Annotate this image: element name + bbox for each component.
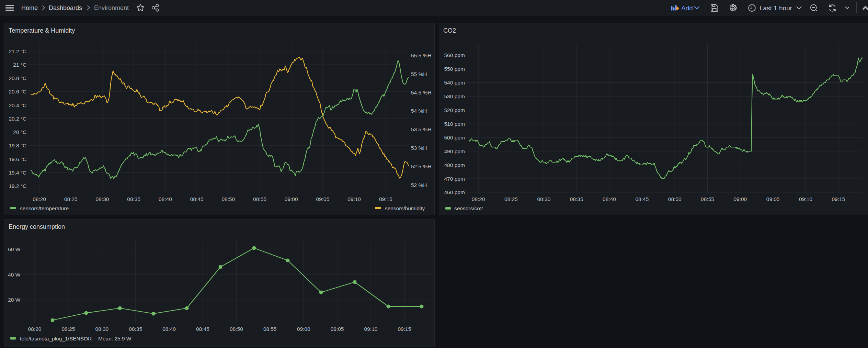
svg-text:08:55: 08:55 [701,196,714,202]
svg-text:40 W: 40 W [8,272,21,278]
svg-text:08:30: 08:30 [95,326,108,332]
svg-text:19.2 °C: 19.2 °C [9,183,26,189]
svg-text:21 °C: 21 °C [13,62,26,68]
svg-text:08:50: 08:50 [230,326,243,332]
svg-text:20.6 °C: 20.6 °C [9,89,26,94]
svg-text:08:55: 08:55 [263,326,277,332]
svg-text:Last 1 hour: Last 1 hour [760,4,792,12]
svg-text:08:20: 08:20 [33,196,46,202]
svg-text:09:10: 09:10 [364,326,378,332]
svg-text:530 ppm: 530 ppm [444,93,465,99]
svg-text:08:40: 08:40 [603,196,616,202]
svg-text:08:40: 08:40 [159,196,172,202]
svg-text:480 ppm: 480 ppm [444,162,465,168]
svg-text:20.2 °C: 20.2 °C [9,116,26,122]
svg-text:08:20: 08:20 [28,326,42,332]
svg-text:Add: Add [681,4,693,12]
svg-text:CO2: CO2 [443,27,456,34]
svg-text:09:05: 09:05 [331,326,344,332]
svg-text:09:15: 09:15 [832,196,845,202]
svg-text:52 %H: 52 %H [411,182,427,188]
svg-text:460 ppm: 460 ppm [444,189,465,195]
svg-text:09:00: 09:00 [733,196,747,202]
svg-text:09:10: 09:10 [799,196,812,202]
svg-text:500 ppm: 500 ppm [444,135,465,141]
svg-text:53 %H: 53 %H [411,145,427,151]
svg-text:09:15: 09:15 [398,326,411,332]
svg-text:08:55: 08:55 [253,196,266,202]
svg-text:08:25: 08:25 [64,196,78,202]
svg-text:550 ppm: 550 ppm [444,66,465,72]
svg-text:20 W: 20 W [8,297,21,303]
svg-text:09:00: 09:00 [297,326,310,332]
svg-text:08:50: 08:50 [668,196,682,202]
svg-text:08:45: 08:45 [196,326,209,332]
svg-text:08:50: 08:50 [221,196,235,202]
svg-text:08:40: 08:40 [162,326,176,332]
svg-text:09:00: 09:00 [285,196,298,202]
svg-text:08:30: 08:30 [537,196,551,202]
svg-text:08:25: 08:25 [504,196,518,202]
svg-text:19.6 °C: 19.6 °C [9,156,26,162]
svg-text:55 %H: 55 %H [411,71,427,77]
svg-text:08:45: 08:45 [636,196,649,202]
svg-text:08:35: 08:35 [570,196,583,202]
svg-text:Energy consumption: Energy consumption [9,223,65,230]
svg-text:19.4 °C: 19.4 °C [9,170,26,176]
svg-text:560 ppm: 560 ppm [444,52,465,58]
svg-text:09:10: 09:10 [347,196,361,202]
svg-text:490 ppm: 490 ppm [444,148,465,154]
svg-text:470 ppm: 470 ppm [444,176,465,182]
svg-text:20 °C: 20 °C [13,129,26,135]
svg-text:Temperature & Humidity: Temperature & Humidity [9,27,75,34]
svg-text:sensors/temperature: sensors/temperature [20,205,69,211]
svg-text:55.5 %H: 55.5 %H [411,53,431,58]
svg-text:520 ppm: 520 ppm [444,107,465,113]
svg-text:52.5 %H: 52.5 %H [411,164,431,169]
svg-text:09:05: 09:05 [316,196,330,202]
svg-text:Dashboards: Dashboards [49,4,82,11]
svg-text:53.5 %H: 53.5 %H [411,126,431,132]
svg-text:Environment: Environment [94,4,129,11]
svg-text:540 ppm: 540 ppm [444,80,465,86]
svg-text:sensors/humidity: sensors/humidity [385,205,425,211]
svg-text:510 ppm: 510 ppm [444,121,465,127]
svg-text:20.8 °C: 20.8 °C [9,75,26,81]
svg-text:54 %H: 54 %H [411,108,427,114]
svg-text:20.4 °C: 20.4 °C [9,102,26,108]
svg-text:54.5 %H: 54.5 %H [411,90,431,96]
svg-text:09:05: 09:05 [766,196,780,202]
svg-text:08:35: 08:35 [127,196,140,202]
svg-text:08:45: 08:45 [190,196,204,202]
svg-text:19.8 °C: 19.8 °C [9,143,26,148]
svg-text:sensors/co2: sensors/co2 [454,205,483,211]
svg-text:08:25: 08:25 [62,326,75,332]
svg-text:09:15: 09:15 [379,196,392,202]
svg-text:08:35: 08:35 [129,326,142,332]
svg-text:21.2 °C: 21.2 °C [9,48,26,54]
svg-text:08:30: 08:30 [96,196,109,202]
svg-text:Mean: 25.9 W: Mean: 25.9 W [98,336,132,341]
svg-text:08:20: 08:20 [472,196,485,202]
svg-text:Home: Home [21,4,38,11]
svg-text:tele/tasmota_plug_1/SENSOR: tele/tasmota_plug_1/SENSOR [20,336,92,341]
svg-text:60 W: 60 W [8,246,21,252]
